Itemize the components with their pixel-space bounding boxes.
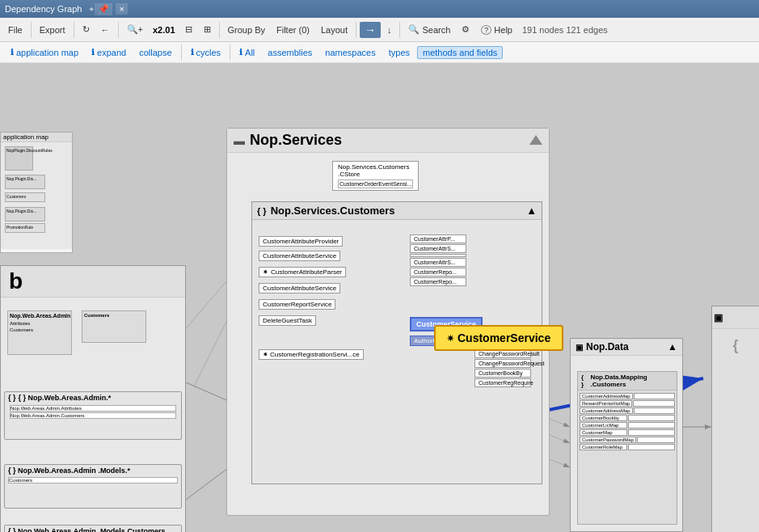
back-button[interactable]: ← [96,23,115,37]
left-box-b-header: b [1,266,185,298]
left-namespace-b: b Nop.Web.Areas.Admin Attributes Custome… [0,265,186,532]
cycles-button[interactable]: ℹ cycles [185,46,227,59]
gear-icon: ⚙ [462,24,470,35]
nop-web-areas-models-box[interactable]: { } Nop.Web.Areas.Admin .Models.* Custom… [4,464,182,509]
file-button[interactable]: File [3,23,27,37]
nop-data-mapping-header: { } Nop.Data.Mapping .Customers [578,372,677,391]
collapse-icon[interactable]: ▬ [234,134,245,147]
inner-nodes: CustomerAttributeProvider CustomerAttrib… [252,220,542,477]
customer-attr-provider-node: CustomerAttributeProvider [259,236,343,247]
refresh-icon: ↻ [82,24,90,35]
title-bar: Dependency Graph ✦ 📌 × [0,0,759,18]
cstore-node: Nop.Services.Customers .CStore CustomerO… [332,161,419,191]
collapse-button[interactable]: collapse [133,46,177,59]
separator-6 [399,22,400,38]
separator-sec-1 [181,44,182,61]
mini-map[interactable]: application map NopPlugin.DiscountRules … [0,132,73,253]
nop-data-header: ▣ Nop.Data ▲ [571,339,682,356]
separator-2 [74,22,74,38]
separator-5 [356,22,356,38]
nop-services-title: Nop.Services [250,132,342,149]
separator-sec-2 [230,44,230,61]
nop-services-header: ▬ Nop.Services [227,129,549,153]
nop-services-customers-header: { } Nop.Services.Customers ▲ [252,202,542,220]
all-button[interactable]: ℹ All [234,46,260,59]
export-button[interactable]: Export [35,23,70,37]
group-by-button[interactable]: Group By [223,23,270,37]
search-button[interactable]: 🔍 Search [403,22,455,37]
namespaces-button[interactable]: namespaces [319,46,381,59]
navigate-forward-button[interactable]: → [360,22,381,38]
info-icon-1: ℹ [11,48,14,57]
search-icon: 🔍 [408,24,420,35]
nop-services-node[interactable]: ▬ Nop.Services Nop.Services.Customers .C… [226,128,550,516]
fit-icon: ⊞ [204,24,211,35]
back-icon: ← [101,25,110,35]
separator-1 [31,22,32,38]
mini-map-header: application map [1,133,72,142]
customers-expand-arrow[interactable]: ▲ [526,205,537,217]
help-button[interactable]: ? Help [476,23,517,37]
main-toolbar: File Export ↻ ← 🔍+ x2.01 ⊟ ⊞ Group By Fi… [0,18,759,42]
assemblies-button[interactable]: assemblies [262,46,318,59]
nop-data-expand-arrow[interactable]: ▲ [668,341,677,353]
zoom-level: x2.01 [150,23,179,36]
zoom-in-button[interactable]: 🔍+ [122,22,148,37]
delete-guest-node: DeleteGuestTask [259,315,316,326]
navigate-down-button[interactable]: ↓ [382,23,397,37]
nop-services-customers-title: Nop.Services.Customers [271,205,395,217]
customer-attr-parser-node: ✷ CustomerAttributeParser [259,267,346,277]
left-box-b-label: b [6,265,26,297]
zoom-in-icon: 🔍+ [127,24,143,35]
info-icon-2: ℹ [91,48,95,57]
separator-4 [219,22,220,38]
graph-canvas[interactable]: application map NopPlugin.DiscountRules … [0,63,759,532]
zoom-out-icon: ⊟ [185,24,192,35]
expand-arrow[interactable] [529,135,542,145]
fit-button[interactable]: ⊞ [199,22,216,37]
tab-pin-button[interactable]: 📌 [95,3,112,15]
layout-button[interactable]: Layout [316,23,352,37]
customer-attr-service-2-node: CustomerAttributeService [259,283,340,293]
customer-report-node: CustomerReportService [259,299,335,310]
svg-line-5 [550,435,570,443]
methods-fields-button[interactable]: methods and fields [417,46,503,59]
node-count: 191 nodes 121 edges [522,25,608,35]
mapping-nodes: CustomerAddressMap RewardPointsHistMap C… [578,391,677,453]
tab-close-button[interactable]: × [116,3,127,15]
nop-data-mapping-node[interactable]: { } Nop.Data.Mapping .Customers Customer… [577,371,677,525]
info-icon-4: ℹ [239,48,242,57]
customer-service-node[interactable]: ✷ CustomerService [434,325,563,351]
right-column-nodes: CustomerAttrP... CustomerAttrS... Custom… [410,234,466,286]
help-icon: ? [481,25,491,35]
nop-web-areas-box[interactable]: { } { } Nop.Web.Areas.Admin.* Nop.Web.Ar… [4,391,182,440]
right-edge-node: ▣ { [711,306,759,532]
nop-web-areas-models-customers-box[interactable]: { } Nop.Web.Areas.Admin .Models.Customer… [4,525,182,532]
title-text: Dependency Graph [5,4,82,14]
zoom-out-button[interactable]: ⊟ [180,22,197,37]
far-right-nodes: ChangePasswordResult ChangePasswordReque… [474,349,531,387]
types-button[interactable]: types [383,46,415,59]
refresh-button[interactable]: ↻ [78,22,95,37]
info-icon-3: ℹ [191,48,194,57]
nop-services-customers-node[interactable]: { } Nop.Services.Customers ▲ CustomerAtt… [251,201,542,484]
nop-data-node[interactable]: ▣ Nop.Data ▲ { } Nop.Data.Mapping .Custo… [570,338,683,532]
filter-button[interactable]: Filter (0) [272,23,314,37]
customer-attr-service-1-node: CustomerAttributeService [259,251,340,261]
expand-button[interactable]: ℹ expand [86,46,132,59]
customer-reg-node: ✷ CustomerRegistrationServi...ce [259,349,364,360]
app-map-button[interactable]: ℹ application map [5,46,84,59]
separator-3 [118,22,119,38]
inner-node-1: Nop.Web.Areas.Admin [8,311,71,320]
inner-node-2: Customers [82,311,145,319]
secondary-toolbar: ℹ application map ℹ expand collapse ℹ cy… [0,42,759,63]
svg-line-7 [550,459,570,467]
svg-line-4 [194,322,226,386]
svg-line-6 [550,419,570,427]
settings-button[interactable]: ⚙ [457,22,474,37]
